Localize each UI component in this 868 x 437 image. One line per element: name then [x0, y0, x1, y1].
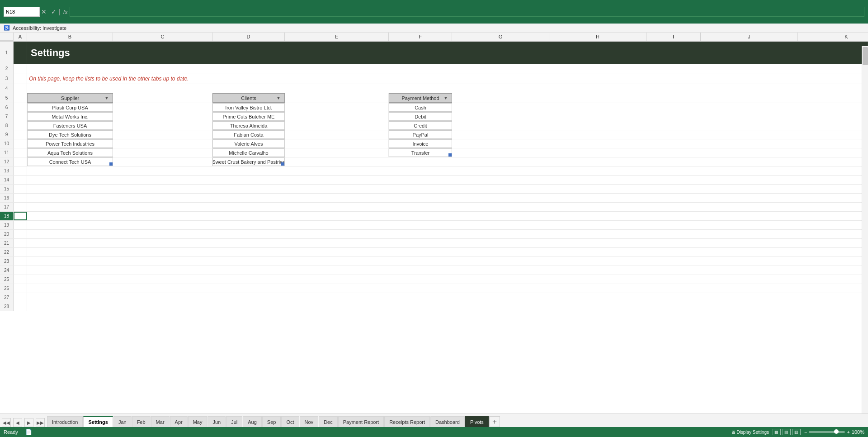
payment-header-cell[interactable]: Payment Method ▼ — [389, 93, 452, 103]
cell-a10[interactable] — [14, 139, 27, 148]
zoom-in-button[interactable]: + — [847, 429, 849, 435]
payment-dropdown-arrow[interactable]: ▼ — [443, 95, 449, 100]
cell-a11[interactable] — [14, 148, 27, 157]
cell-a12[interactable] — [14, 157, 27, 166]
clients-header-cell[interactable]: Clients ▼ — [212, 93, 285, 103]
clients-row6[interactable]: Michelle Carvalho — [212, 148, 285, 157]
cell-a9[interactable] — [14, 130, 27, 139]
col-header-g[interactable]: G — [452, 33, 549, 41]
payment-table-resize[interactable] — [448, 153, 452, 157]
col-header-k[interactable]: K — [798, 33, 868, 41]
cell-c12[interactable] — [113, 157, 212, 166]
zoom-slider-thumb[interactable] — [834, 429, 839, 434]
col-header-h[interactable]: H — [549, 33, 646, 41]
sheet-nav-prev-first[interactable]: ◀◀ — [2, 418, 11, 427]
cell-c7[interactable] — [113, 112, 212, 121]
cell-a27[interactable] — [14, 293, 27, 302]
col-header-b[interactable]: B — [27, 33, 113, 41]
cell-a3[interactable] — [14, 73, 27, 84]
clients-row1[interactable]: Iron Valley Bistro Ltd. — [212, 103, 285, 112]
v-scrollbar-thumb[interactable] — [863, 47, 868, 65]
clients-row5[interactable]: Valerie Alves — [212, 139, 285, 148]
cell-a7[interactable] — [14, 112, 27, 121]
cell-a24[interactable] — [14, 266, 27, 275]
cell-a13[interactable] — [14, 166, 27, 175]
page-break-view-button[interactable]: ▥ — [793, 429, 801, 435]
cell-c11[interactable] — [113, 148, 212, 157]
sheet-tab-payment-report[interactable]: Payment Report — [338, 416, 384, 427]
cell-a25[interactable] — [14, 275, 27, 284]
cell-a26[interactable] — [14, 284, 27, 293]
cell-a5[interactable] — [14, 93, 27, 103]
cell-e5[interactable] — [285, 93, 389, 103]
cell-c6[interactable] — [113, 103, 212, 112]
cell-a17[interactable] — [14, 203, 27, 211]
sheet-tab-feb[interactable]: Feb — [132, 416, 151, 427]
sheet-tab-jun[interactable]: Jun — [208, 416, 226, 427]
sheet-tab-pivots[interactable]: Pivots — [465, 416, 489, 427]
sheet-tab-settings[interactable]: Settings — [83, 416, 113, 427]
col-header-c[interactable]: C — [113, 33, 212, 41]
supplier-row1[interactable]: Plasti Corp USA — [27, 103, 113, 112]
sheet-nav-next[interactable]: ▶ — [24, 418, 33, 427]
payment-row2[interactable]: Debit — [389, 112, 452, 121]
payment-row6[interactable]: Transfer — [389, 148, 452, 157]
sheet-tab-receipts-report[interactable]: Receipts Report — [384, 416, 430, 427]
name-box[interactable]: N18 — [4, 7, 40, 17]
supplier-row3[interactable]: Fasteners USA — [27, 121, 113, 130]
sheet-nav-next-last[interactable]: ▶▶ — [36, 418, 45, 427]
supplier-dropdown-arrow[interactable]: ▼ — [104, 95, 110, 100]
sheet-tab-introduction[interactable]: Introduction — [47, 416, 83, 427]
cell-a14[interactable] — [14, 176, 27, 184]
supplier-header-cell[interactable]: Supplier ▼ — [27, 93, 113, 103]
sheet-tab-dashboard[interactable]: Dashboard — [430, 416, 465, 427]
supplier-table-resize[interactable] — [109, 162, 113, 166]
cell-a19[interactable] — [14, 221, 27, 229]
cell-a6[interactable] — [14, 103, 27, 112]
display-settings-button[interactable]: 🖥 Display Settings — [731, 430, 769, 435]
cancel-icon[interactable]: ✕ — [40, 8, 48, 16]
sheet-nav-prev[interactable]: ◀ — [13, 418, 22, 427]
add-sheet-button[interactable]: ＋ — [489, 416, 500, 427]
supplier-row5[interactable]: Power Tech Industries — [27, 139, 113, 148]
accessibility-label[interactable]: Accessibility: Investigate — [13, 25, 66, 31]
col-header-i[interactable]: I — [646, 33, 701, 41]
confirm-icon[interactable]: ✓ — [50, 8, 58, 16]
clients-table-resize[interactable] — [281, 162, 284, 166]
page-layout-view-button[interactable]: ▤ — [783, 429, 791, 435]
cell-c9[interactable] — [113, 130, 212, 139]
sheet-tab-jan[interactable]: Jan — [113, 416, 132, 427]
clients-row3[interactable]: Theresa Almeida — [212, 121, 285, 130]
sheet-tab-dec[interactable]: Dec — [319, 416, 338, 427]
cell-a21[interactable] — [14, 239, 27, 247]
clients-dropdown-arrow[interactable]: ▼ — [276, 95, 282, 100]
col-header-e[interactable]: E — [285, 33, 389, 41]
cell-c10[interactable] — [113, 139, 212, 148]
zoom-slider[interactable] — [809, 431, 845, 433]
cell-a20[interactable] — [14, 230, 27, 238]
clients-row2[interactable]: Prime Cuts Butcher ME — [212, 112, 285, 121]
sheet-tab-may[interactable]: May — [188, 416, 208, 427]
supplier-row6[interactable]: Aqua Tech Solutions — [27, 148, 113, 157]
col-header-j[interactable]: J — [701, 33, 798, 41]
cell-a16[interactable] — [14, 194, 27, 202]
cell-a1[interactable] — [14, 42, 27, 64]
col-header-a[interactable]: A — [14, 33, 27, 41]
cell-a22[interactable] — [14, 248, 27, 256]
vertical-scrollbar[interactable] — [862, 46, 868, 413]
sheet-tab-nov[interactable]: Nov — [300, 416, 319, 427]
formula-input[interactable] — [70, 7, 864, 17]
cell-e10[interactable] — [285, 139, 389, 148]
normal-view-button[interactable]: ▦ — [773, 429, 781, 435]
payment-row1[interactable]: Cash — [389, 103, 452, 112]
sheet-tab-aug[interactable]: Aug — [243, 416, 262, 427]
cell-a15[interactable] — [14, 185, 27, 193]
cell-e7[interactable] — [285, 112, 389, 121]
clients-row7[interactable]: Sweet Crust Bakery and Pastries — [212, 157, 285, 166]
cell-a23[interactable] — [14, 257, 27, 266]
sheet-tab-apr[interactable]: Apr — [170, 416, 188, 427]
cell-a28[interactable] — [14, 302, 27, 311]
cell-c8[interactable] — [113, 121, 212, 130]
cell-a2[interactable] — [14, 64, 27, 73]
col-header-f[interactable]: F — [389, 33, 452, 41]
